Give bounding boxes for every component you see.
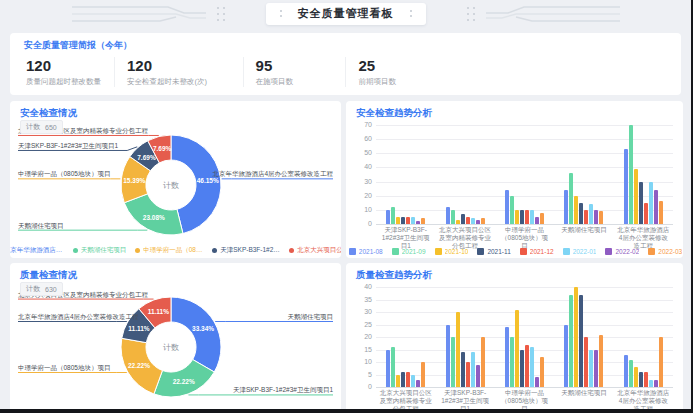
slice-callout-label: 中璟学府一品（0805地块）项目 <box>18 170 110 178</box>
legend-square-icon <box>435 248 442 255</box>
slice-callout-label: 天鹅湖住宅项目 <box>288 313 334 321</box>
legend-item[interactable]: 中璟学府一品（0805地块）项目 <box>135 246 203 255</box>
stat-value: 120 <box>127 57 231 74</box>
legend-square-icon <box>648 248 655 255</box>
legend-item[interactable]: 2021-11 <box>477 248 510 255</box>
legend-square-icon <box>520 248 527 255</box>
legend-label: 2021-11 <box>487 248 510 255</box>
circuit-decoration-left <box>72 3 242 25</box>
bar-2022-03 <box>481 337 485 387</box>
legend-item[interactable]: 天津SKP-B3F-1#2#3#卫生间项目1 <box>58 409 126 413</box>
donut-center-label: 计数 <box>163 181 179 190</box>
donut-center-label: 计数 <box>163 343 179 352</box>
legend-item[interactable]: 2021-12 <box>520 248 554 255</box>
bar-2022-01 <box>530 347 534 387</box>
legend-label: 北京大兴项目公区及室内精装修专业分包工程 <box>297 246 341 255</box>
bar-2022-02 <box>416 380 420 388</box>
bar-group <box>495 287 554 387</box>
legend-label: 天鹅湖住宅项目 <box>81 246 127 255</box>
dots-decoration-right <box>410 7 412 20</box>
legend-item[interactable]: 天鹅湖住宅项目 <box>10 409 49 413</box>
top-header: 安全质量管理看板 <box>0 0 691 27</box>
safety-trend-legend: 2021-082021-092021-102021-112021-122022-… <box>352 248 679 255</box>
bar-2021-11 <box>461 352 465 387</box>
legend-dot-icon <box>212 248 217 253</box>
bar-group <box>435 287 494 387</box>
safety-pie-legend: 北京年华旅游酒店4层办公室装修改造工程天鹅湖住宅项目中璟学府一品（0805地块）… <box>16 246 337 255</box>
bar-2022-01 <box>649 380 653 388</box>
x-axis-label: 天津SKP-B3F-1#2#3#卫生间项目1 <box>435 387 494 413</box>
bar-2022-01 <box>649 182 653 224</box>
legend-item[interactable]: 2021-09 <box>392 248 426 255</box>
bar-2021-08 <box>386 350 390 388</box>
panel-title: 质量检查情况 <box>20 269 77 282</box>
bar-2021-08 <box>564 190 568 224</box>
legend-square-icon <box>563 248 570 255</box>
bar-2021-09 <box>629 360 633 388</box>
bar-2021-11 <box>461 214 465 224</box>
bar-2022-02 <box>594 350 598 388</box>
y-axis-label: 5 <box>356 371 372 378</box>
bar-2022-02 <box>535 377 539 387</box>
legend-item[interactable]: 北京大兴项目公区及室内精装修专业分包工程 <box>289 246 341 255</box>
bar-2022-03 <box>659 201 663 224</box>
legend-item[interactable]: 2022-01 <box>563 248 597 255</box>
x-axis-labels: 北京大兴项目公区及室内精装修专业分包工程天津SKP-B3F-1#2#3#卫生间项… <box>376 387 673 413</box>
bar-group <box>554 125 613 224</box>
summary-stats: 120 质量问题超时整改数量 120 安全检查超时未整改(次) 95 在施项目数… <box>24 57 667 87</box>
bar-2021-08 <box>446 325 450 388</box>
legend-label: 北京年华旅游酒店4层办公室装修改造工程 <box>220 409 280 413</box>
x-axis-label: 天鹅湖住宅项目 <box>554 387 613 413</box>
legend-item[interactable]: 2022-02 <box>605 248 639 255</box>
bar-2021-11 <box>520 210 524 224</box>
bar-2021-08 <box>446 207 450 224</box>
stat-label: 在施项目数 <box>256 77 334 87</box>
donut-slice[interactable] <box>171 297 221 372</box>
slice-percent-label: 23.08% <box>143 214 165 221</box>
stat-value: 120 <box>26 57 102 74</box>
bar-2021-12 <box>584 210 588 224</box>
y-axis-label: 30 <box>356 178 372 185</box>
slice-percent-label: 7.69% <box>153 145 172 152</box>
bar-2021-11 <box>401 372 405 387</box>
bar-2022-01 <box>411 217 415 224</box>
page-title-text: 安全质量管理看板 <box>298 6 394 21</box>
legend-label: 天津SKP-B3F-1#2#3#卫生间项目1 <box>220 246 280 255</box>
legend-item[interactable]: 2022-03 <box>648 248 682 255</box>
y-axis-label: 70 <box>356 121 372 128</box>
y-axis-label: 0 <box>356 383 372 390</box>
bar-2021-08 <box>505 190 509 224</box>
bar-2022-01 <box>530 210 534 224</box>
legend-item[interactable]: 天鹅湖住宅项目 <box>73 246 127 255</box>
stat-early-stage-projects: 25 前期项目数 <box>345 57 667 87</box>
bar-2022-01 <box>589 204 593 224</box>
legend-item[interactable]: 2021-08 <box>349 248 383 255</box>
page-title: 安全质量管理看板 <box>266 3 426 25</box>
legend-item[interactable]: 天津SKP-B3F-1#2#3#卫生间项目1 <box>212 246 280 255</box>
panel-title: 安全检查趋势分析 <box>356 107 432 120</box>
bar-2021-11 <box>520 350 524 388</box>
legend-item[interactable]: 2021-10 <box>435 248 469 255</box>
stat-value: 95 <box>256 57 334 74</box>
stat-value: 25 <box>358 57 655 74</box>
bar-2021-12 <box>406 217 410 224</box>
bar-2021-09 <box>569 295 573 388</box>
panel-grid: 安全检查情况 计数 650 46.15%23.08%15.39%7.69%7.6… <box>10 101 681 413</box>
legend-dot-icon <box>135 248 140 253</box>
y-axis-label: 35 <box>356 296 372 303</box>
legend-item[interactable]: 北京年华旅游酒店4层办公室装修改造工程 <box>10 246 64 255</box>
legend-item[interactable]: 中璟学府一品（0805地块）项目 <box>135 409 203 413</box>
legend-item[interactable]: 北京大兴项目公区及室内精装修专业分包工程 <box>289 409 341 413</box>
bar-2021-09 <box>451 337 455 387</box>
slice-callout-label: 天鹅湖住宅项目 <box>18 222 64 230</box>
y-axis-label: 50 <box>356 149 372 156</box>
bar-group <box>614 125 673 224</box>
bar-group <box>495 125 554 224</box>
legend-square-icon <box>477 248 484 255</box>
legend-item[interactable]: 北京年华旅游酒店4层办公室装修改造工程 <box>212 409 280 413</box>
y-axis-label: 20 <box>356 333 372 340</box>
x-axis-label: 北京大兴项目公区及室内精装修专业分包工程 <box>376 387 435 413</box>
slice-callout-label: 天津SKP-B3F-1#2#3#卫生间项目1 <box>233 386 333 394</box>
bar-2021-08 <box>564 325 568 388</box>
slice-callout-label: 北京年华旅游酒店4层办公室装修改造工程 <box>18 313 139 321</box>
